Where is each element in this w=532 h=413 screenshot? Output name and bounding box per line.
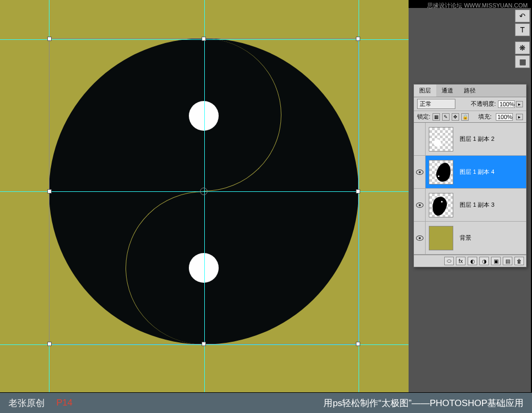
layer-thumbnail[interactable]	[429, 226, 453, 250]
transform-handle[interactable]	[47, 342, 52, 346]
layer-thumbnail[interactable]	[429, 160, 453, 184]
transform-handle[interactable]	[356, 189, 360, 193]
layer-thumbnail[interactable]	[429, 127, 453, 151]
right-toolbar: ↶ T ❋ ▦	[515, 10, 531, 69]
eye-icon	[416, 170, 423, 175]
caption-title: 用ps轻松制作“太极图”——PHOTOSHOP基础应用	[323, 397, 523, 409]
text-tool-button[interactable]: T	[515, 23, 530, 36]
visibility-toggle[interactable]	[414, 156, 426, 188]
tab-paths[interactable]: 路径	[459, 85, 481, 97]
layer-name[interactable]: 图层 1 副本 2	[460, 135, 494, 143]
layer-name[interactable]: 图层 1 副本 4	[460, 168, 494, 176]
transform-handle[interactable]	[356, 37, 360, 41]
opacity-slider-toggle[interactable]: ▸	[516, 101, 523, 107]
lock-all-icon[interactable]: 🔒	[461, 113, 469, 121]
eye-icon	[416, 235, 423, 241]
guide-vertical[interactable]	[359, 0, 359, 392]
layer-item[interactable]: 图层 1 副本 3	[414, 189, 526, 222]
history-button[interactable]: ↶	[515, 10, 530, 22]
layer-mask-button[interactable]: ◐	[468, 257, 477, 265]
lock-transparency-icon[interactable]: ▦	[433, 113, 440, 121]
tab-channels[interactable]: 通道	[436, 85, 459, 97]
fill-label: 填充:	[478, 113, 492, 121]
new-group-button[interactable]: ▣	[491, 257, 501, 265]
panel-footer: ⬭ fx ◐ ◑ ▣ ▤ 🗑	[414, 255, 526, 267]
blend-opacity-row: 正常 不透明度: 100% ▸	[414, 97, 526, 111]
transform-handle[interactable]	[202, 342, 206, 346]
lock-label: 锁定:	[417, 113, 430, 121]
layers-panel: 图层 通道 路径 正常 不透明度: 100% ▸ 锁定: ▦ ✎ ✥ 🔒 填充:…	[413, 84, 527, 267]
link-layers-button[interactable]: ⬭	[444, 257, 454, 265]
caption-page: P14	[56, 398, 72, 408]
opacity-input[interactable]: 100%	[498, 100, 515, 108]
opacity-label: 不透明度:	[471, 100, 496, 108]
panel-tabs: 图层 通道 路径	[414, 85, 526, 97]
layer-list: 图层 1 副本 2 图层 1 副本 4 图层 1 副本 3 背景	[414, 123, 526, 255]
fill-input[interactable]: 100%	[496, 113, 513, 121]
transform-handle[interactable]	[47, 37, 52, 41]
visibility-toggle[interactable]	[414, 189, 426, 221]
transform-handle[interactable]	[47, 189, 52, 193]
layer-style-button[interactable]: fx	[456, 257, 466, 265]
new-adjustment-button[interactable]: ◑	[479, 257, 489, 265]
fill-slider-toggle[interactable]: ▸	[516, 114, 523, 120]
layer-thumbnail[interactable]	[429, 193, 453, 217]
transform-center-icon[interactable]	[200, 188, 207, 195]
layer-item[interactable]: 图层 1 副本 4	[414, 156, 526, 189]
canvas[interactable]	[0, 0, 409, 392]
transform-handle[interactable]	[202, 37, 206, 41]
swatches-button[interactable]: ▦	[515, 55, 530, 68]
new-layer-button[interactable]: ▤	[503, 257, 512, 265]
tab-layers[interactable]: 图层	[414, 85, 436, 97]
layer-name[interactable]: 图层 1 副本 3	[460, 201, 494, 209]
caption-author: 老张原创	[9, 397, 45, 409]
watermark-text: 思缘设计论坛 WWW.MISSYUAN.COM	[427, 2, 528, 10]
visibility-toggle[interactable]	[414, 222, 426, 254]
actions-button[interactable]: ❋	[515, 41, 530, 54]
visibility-toggle[interactable]	[414, 123, 426, 155]
layer-item[interactable]: 背景	[414, 222, 526, 255]
layer-item[interactable]: 图层 1 副本 2	[414, 123, 526, 156]
blend-mode-select[interactable]: 正常	[417, 99, 455, 109]
lock-position-icon[interactable]: ✥	[452, 113, 459, 121]
transform-bounding-box[interactable]	[49, 38, 359, 344]
lock-pixels-icon[interactable]: ✎	[442, 113, 450, 121]
caption-bar: 老张原创 P14 用ps轻松制作“太极图”——PHOTOSHOP基础应用	[0, 393, 532, 413]
layer-name[interactable]: 背景	[460, 234, 471, 242]
eye-icon	[416, 203, 423, 208]
transform-handle[interactable]	[356, 342, 360, 346]
lock-fill-row: 锁定: ▦ ✎ ✥ 🔒 填充: 100% ▸	[414, 111, 526, 123]
delete-layer-button[interactable]: 🗑	[514, 257, 524, 265]
